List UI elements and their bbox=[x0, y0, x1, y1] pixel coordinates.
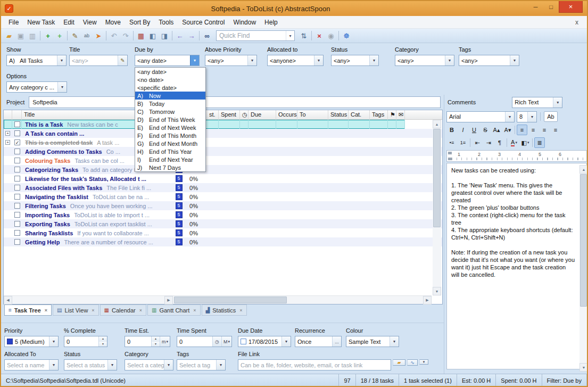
fill-color-button[interactable]: ◧▾ bbox=[520, 137, 531, 148]
tab-close-icon[interactable]: × bbox=[45, 308, 47, 313]
chevron-down-icon[interactable] bbox=[281, 336, 291, 347]
quick-find-combo[interactable]: Quick Find ▾ bbox=[216, 30, 295, 41]
menu-item-tools[interactable]: Tools bbox=[154, 17, 178, 28]
dropdown-item-end-of-this-week[interactable]: D)End of This Week bbox=[135, 116, 205, 123]
align-center-button[interactable]: ≡ bbox=[528, 125, 539, 135]
task-checkbox[interactable] bbox=[14, 194, 20, 200]
column-header-occurs[interactable]: Occurs bbox=[276, 110, 297, 119]
task-checkbox[interactable] bbox=[14, 130, 20, 136]
time-spent-spinner[interactable]: 0 ◷ M▾ bbox=[177, 336, 232, 347]
title-column-scrollbar[interactable]: ◀ ▶ bbox=[4, 295, 173, 304]
time-unit-combo[interactable]: M▾ bbox=[221, 336, 231, 347]
paragraph-button[interactable]: ¶ bbox=[494, 137, 505, 148]
menu-item-view[interactable]: View bbox=[79, 17, 101, 28]
delete-task-button[interactable]: × bbox=[313, 30, 325, 42]
go-to-link-button[interactable]: ∿ bbox=[407, 359, 418, 366]
chevron-down-icon[interactable] bbox=[505, 112, 514, 122]
task-row-content[interactable]: Navigating the TasklistToDoList can be n… bbox=[4, 192, 405, 201]
browse-file-button[interactable]: ▰ bbox=[393, 359, 405, 366]
align-right-button[interactable]: ≡ bbox=[539, 125, 550, 135]
align-justify-button[interactable]: ≡ bbox=[550, 125, 561, 135]
dropdown-item-end-of-next-year[interactable]: I)End of Next Year bbox=[135, 155, 205, 163]
task-checkbox[interactable] bbox=[14, 167, 20, 172]
chevron-down-icon[interactable] bbox=[445, 55, 454, 65]
scroll-down-button[interactable]: ▼ bbox=[433, 287, 441, 295]
tasklist-horizontal-scrollbar[interactable]: ▶ bbox=[173, 295, 432, 304]
indent-button[interactable]: ⇥ bbox=[483, 137, 494, 148]
task-row-content[interactable]: Sharing TasklistsIf you want to collabor… bbox=[4, 228, 405, 237]
task-checkbox[interactable] bbox=[14, 230, 20, 236]
filter-allocated-to-combo[interactable]: <anyone> bbox=[267, 55, 324, 66]
scroll-up-button[interactable]: ▲ bbox=[433, 120, 441, 128]
dropdown-item-any-date[interactable]: <any date> bbox=[135, 68, 205, 76]
chevron-down-icon[interactable] bbox=[49, 360, 58, 370]
sort-button[interactable]: ⇅ bbox=[298, 30, 310, 42]
dropdown-item-no-date[interactable]: <no date> bbox=[135, 76, 205, 84]
filter-category-combo[interactable]: <any> bbox=[395, 55, 454, 66]
save-all-button[interactable]: ▥ bbox=[27, 30, 38, 42]
task-checkbox[interactable] bbox=[14, 121, 20, 127]
task-row-content[interactable]: Getting HelpThere are a number of resour… bbox=[4, 237, 405, 246]
due-date-picker[interactable]: 17/08/2015 bbox=[238, 336, 291, 347]
task-checkbox[interactable] bbox=[14, 203, 20, 209]
chevron-down-icon[interactable] bbox=[510, 55, 519, 65]
preferences-button[interactable]: ☸ bbox=[341, 30, 352, 42]
due-date-checkbox[interactable] bbox=[241, 339, 246, 344]
italic-button[interactable]: I bbox=[458, 125, 468, 135]
bold-button[interactable]: B bbox=[446, 125, 457, 135]
project-input[interactable]: Softpedia bbox=[29, 96, 441, 108]
dropdown-item-end-of-this-month[interactable]: F)End of This Month bbox=[135, 131, 205, 139]
scroll-thumb[interactable] bbox=[174, 297, 287, 303]
dropdown-item-now[interactable]: A)Now bbox=[135, 92, 205, 100]
font-name-combo[interactable]: Arial bbox=[446, 111, 515, 122]
task-row-content[interactable]: Importing TasksToDoList is able to impor… bbox=[4, 210, 405, 219]
tab-task-tree[interactable]: ≡Task Tree× bbox=[4, 304, 52, 316]
dropdown-item-today[interactable]: B)Today bbox=[135, 100, 205, 108]
priority-combo[interactable]: 5 (Medium) bbox=[4, 336, 59, 347]
column-header-checkbox[interactable] bbox=[12, 110, 22, 119]
scroll-right-button[interactable]: ▶ bbox=[164, 296, 173, 304]
column-header-status[interactable]: Status bbox=[328, 110, 349, 119]
recurrence-options-button[interactable]: ... bbox=[332, 336, 341, 347]
expand-icon[interactable]: + bbox=[5, 131, 10, 136]
chevron-down-icon[interactable] bbox=[57, 55, 66, 65]
dropdown-item-end-of-next-month[interactable]: G)End of Next Month bbox=[135, 139, 205, 147]
select-date-button[interactable]: ▦ bbox=[135, 30, 147, 42]
task-checkbox[interactable] bbox=[14, 158, 20, 163]
strikethrough-button[interactable]: S bbox=[480, 125, 491, 135]
attribute-overflow-button[interactable]: ▾ bbox=[419, 359, 428, 365]
comments-scrollbar[interactable]: ▲ ▼ bbox=[579, 165, 587, 372]
tab-close-icon[interactable]: × bbox=[239, 308, 242, 313]
tab-close-icon[interactable]: × bbox=[92, 308, 94, 313]
task-row-content[interactable]: Associated Files with TasksThe File Link… bbox=[4, 183, 405, 192]
spinner-buttons[interactable]: ▴▾ bbox=[151, 336, 160, 347]
column-header-alloc-to[interactable]: To bbox=[297, 110, 328, 119]
column-header-expander[interactable] bbox=[4, 110, 12, 119]
maximize-tasklist-button[interactable]: ◧ bbox=[147, 30, 159, 42]
chevron-down-icon[interactable] bbox=[107, 360, 117, 370]
chevron-down-icon[interactable] bbox=[190, 55, 199, 65]
column-header-time-spent[interactable]: Spent bbox=[219, 110, 240, 119]
tab-statistics[interactable]: ▟Statistics× bbox=[202, 304, 247, 316]
indent-marker[interactable] bbox=[448, 158, 452, 160]
task-checkbox[interactable] bbox=[14, 212, 20, 218]
dropdown-item-end-of-next-week[interactable]: E)End of Next Week bbox=[135, 123, 205, 131]
task-checkbox[interactable] bbox=[14, 176, 20, 182]
task-row-content[interactable]: Likewise for the task's Status, Allocate… bbox=[4, 174, 405, 183]
menu-item-source-control[interactable]: Source Control bbox=[178, 17, 229, 28]
bullet-list-button[interactable]: •≡ bbox=[446, 137, 457, 148]
spinner-up-icon[interactable]: ▴ bbox=[99, 336, 107, 342]
scroll-right-button[interactable]: ▶ bbox=[423, 296, 432, 304]
column-header-file-link[interactable]: ✉ bbox=[396, 110, 405, 119]
previous-task-button[interactable]: ← bbox=[174, 30, 186, 42]
task-checkbox[interactable] bbox=[14, 239, 20, 245]
column-header-category[interactable]: Cat. bbox=[349, 110, 370, 119]
chevron-down-icon[interactable] bbox=[527, 112, 536, 122]
menubar-close-icon[interactable]: x bbox=[570, 19, 584, 26]
chevron-down-icon[interactable] bbox=[216, 360, 225, 370]
filter-due-by-combo[interactable]: <any date> bbox=[135, 55, 200, 66]
chevron-down-icon[interactable] bbox=[57, 82, 67, 92]
scroll-track[interactable] bbox=[12, 296, 164, 304]
maximize-comments-button[interactable]: ◨ bbox=[159, 30, 170, 42]
spinner-down-icon[interactable]: ▾ bbox=[152, 342, 160, 347]
